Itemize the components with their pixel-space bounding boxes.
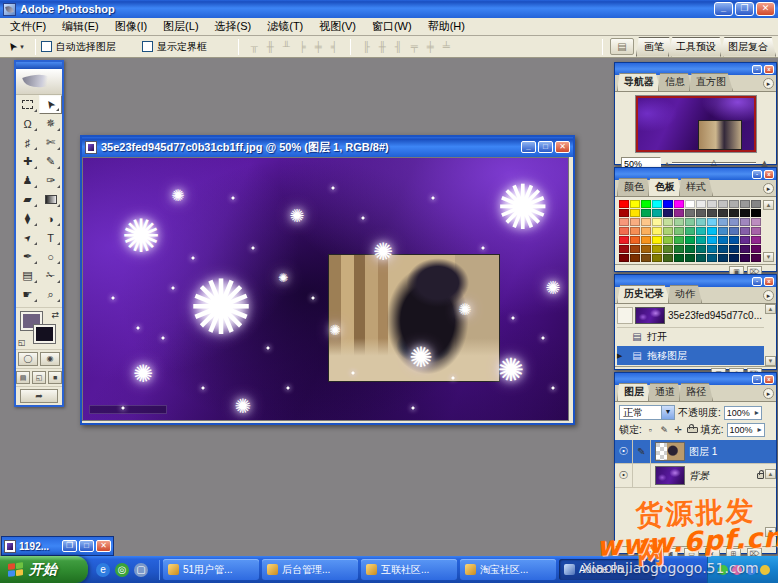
color-swatch[interactable] bbox=[729, 200, 739, 208]
color-swatch[interactable] bbox=[674, 227, 684, 235]
start-button[interactable]: 开始 bbox=[0, 556, 88, 583]
tab-navigator[interactable]: 导航器 bbox=[617, 73, 661, 91]
palette-menu-button[interactable]: ▸ bbox=[763, 290, 774, 301]
palette-close-button[interactable]: x bbox=[764, 375, 774, 384]
color-swatch[interactable] bbox=[696, 245, 706, 253]
taskbar-task-4[interactable]: Adobe Ph... bbox=[559, 559, 655, 580]
show-bounding-box-checkbox[interactable]: 显示定界框 bbox=[142, 40, 207, 54]
color-swatch[interactable] bbox=[696, 200, 706, 208]
background-color-swatch[interactable] bbox=[34, 325, 55, 343]
tab-info[interactable]: 信息 bbox=[658, 73, 692, 91]
pen-tool[interactable]: ✒ bbox=[16, 247, 39, 266]
palette-menu-button[interactable]: ▸ bbox=[763, 388, 774, 399]
color-swatch[interactable] bbox=[740, 200, 750, 208]
tray-icon-pink[interactable] bbox=[732, 565, 742, 575]
scroll-up-icon[interactable]: ▲ bbox=[765, 304, 776, 314]
color-swatch[interactable] bbox=[740, 227, 750, 235]
scroll-down-icon[interactable]: ▼ bbox=[763, 252, 774, 262]
layer-thumbnail[interactable] bbox=[655, 466, 685, 485]
color-swatch[interactable] bbox=[663, 227, 673, 235]
navigator-proxy-view[interactable] bbox=[636, 96, 756, 152]
palette-well-tab-2[interactable]: 图层复合 bbox=[720, 37, 776, 57]
dodge-tool[interactable]: ◑ bbox=[39, 209, 62, 228]
color-swatch[interactable] bbox=[652, 200, 662, 208]
menu-item-7[interactable]: 窗口(W) bbox=[364, 17, 420, 36]
color-swatch[interactable] bbox=[641, 236, 651, 244]
color-swatch[interactable] bbox=[685, 254, 695, 262]
blur-tool[interactable]: ⧫ bbox=[16, 209, 39, 228]
set-history-source-well[interactable] bbox=[617, 307, 633, 324]
palette-well-tab-1[interactable]: 工具预设 bbox=[668, 37, 724, 57]
move-tool[interactable]: ➤ bbox=[39, 95, 62, 114]
tray-icon-blue[interactable] bbox=[746, 565, 756, 575]
standard-mode-button[interactable]: ◯ bbox=[18, 352, 38, 366]
minimize-button[interactable]: _ bbox=[714, 2, 733, 16]
slice-tool[interactable]: ✄ bbox=[39, 133, 62, 152]
color-swatch[interactable] bbox=[652, 227, 662, 235]
tab-history[interactable]: 历史记录 bbox=[617, 285, 671, 303]
doc-maximize-button[interactable]: □ bbox=[538, 141, 553, 153]
color-swatch[interactable] bbox=[740, 245, 750, 253]
color-swatch[interactable] bbox=[619, 209, 629, 217]
color-swatch[interactable] bbox=[729, 209, 739, 217]
tab-swatches[interactable]: 色板 bbox=[648, 178, 682, 196]
type-tool[interactable]: T bbox=[39, 228, 62, 247]
layer-name[interactable]: 图层 1 bbox=[689, 445, 764, 459]
color-swatch[interactable] bbox=[751, 254, 761, 262]
color-swatch[interactable] bbox=[696, 209, 706, 217]
fill-field[interactable]: 100%▸ bbox=[727, 423, 765, 437]
color-swatch[interactable] bbox=[729, 254, 739, 262]
color-swatch[interactable] bbox=[674, 209, 684, 217]
visibility-eye-icon[interactable]: ☉ bbox=[615, 464, 633, 487]
tray-icon-yellow[interactable] bbox=[760, 565, 770, 575]
color-swatch[interactable] bbox=[718, 254, 728, 262]
close-button[interactable]: ✕ bbox=[756, 2, 775, 16]
checkbox-icon[interactable] bbox=[142, 41, 153, 52]
lock-all-icon[interactable] bbox=[687, 425, 698, 435]
adobe-feather-logo[interactable] bbox=[16, 69, 62, 95]
color-swatch[interactable] bbox=[630, 254, 640, 262]
palette-minimize-button[interactable]: - bbox=[752, 170, 762, 179]
messenger-icon[interactable]: ◎ bbox=[115, 563, 129, 577]
color-swatch[interactable] bbox=[619, 245, 629, 253]
layer-row[interactable]: ☉ 背景 bbox=[615, 464, 776, 488]
color-swatch[interactable] bbox=[718, 245, 728, 253]
color-swatch[interactable] bbox=[729, 236, 739, 244]
quick-mask-mode-button[interactable]: ◉ bbox=[40, 352, 60, 366]
history-snapshot-row[interactable]: 35e23fed945d77c0... bbox=[617, 306, 764, 325]
swap-colors-icon[interactable]: ⇄ bbox=[51, 310, 59, 320]
file-browser-button[interactable]: ▤ bbox=[610, 38, 634, 55]
color-swatch[interactable] bbox=[707, 218, 717, 226]
color-swatch[interactable] bbox=[674, 200, 684, 208]
palette-menu-button[interactable]: ▸ bbox=[763, 78, 774, 89]
scroll-up-icon[interactable]: ▲ bbox=[765, 469, 776, 479]
color-swatch[interactable] bbox=[641, 245, 651, 253]
color-swatch[interactable] bbox=[663, 245, 673, 253]
shape-tool[interactable]: ○ bbox=[39, 247, 62, 266]
slider-track[interactable]: △ bbox=[672, 162, 756, 164]
color-swatch[interactable] bbox=[674, 236, 684, 244]
taskbar-task-2[interactable]: 互联社区... bbox=[361, 559, 457, 580]
scroll-down-icon[interactable]: ▼ bbox=[765, 356, 776, 366]
tab-actions[interactable]: 动作 bbox=[668, 285, 702, 303]
color-swatch[interactable] bbox=[751, 236, 761, 244]
color-swatch[interactable] bbox=[718, 227, 728, 235]
color-swatch[interactable] bbox=[707, 227, 717, 235]
doc-close-button[interactable]: ✕ bbox=[555, 141, 570, 153]
minimized-document-window[interactable]: 1192... ❐ □ ✕ bbox=[1, 536, 114, 556]
color-swatch[interactable] bbox=[729, 245, 739, 253]
brush-tool[interactable]: ✎ bbox=[39, 152, 62, 171]
checkbox-icon[interactable] bbox=[41, 41, 52, 52]
palette-minimize-button[interactable]: - bbox=[752, 65, 762, 74]
menu-item-4[interactable]: 选择(S) bbox=[207, 17, 260, 36]
color-swatch[interactable] bbox=[630, 245, 640, 253]
color-swatch[interactable] bbox=[619, 200, 629, 208]
tab-channels[interactable]: 通道 bbox=[648, 383, 682, 401]
mini-maximize-button[interactable]: □ bbox=[79, 540, 94, 552]
color-swatch[interactable] bbox=[685, 245, 695, 253]
color-swatch[interactable] bbox=[685, 236, 695, 244]
color-swatch[interactable] bbox=[630, 200, 640, 208]
color-swatch[interactable] bbox=[696, 218, 706, 226]
color-swatch[interactable] bbox=[674, 218, 684, 226]
mini-close-button[interactable]: ✕ bbox=[96, 540, 111, 552]
